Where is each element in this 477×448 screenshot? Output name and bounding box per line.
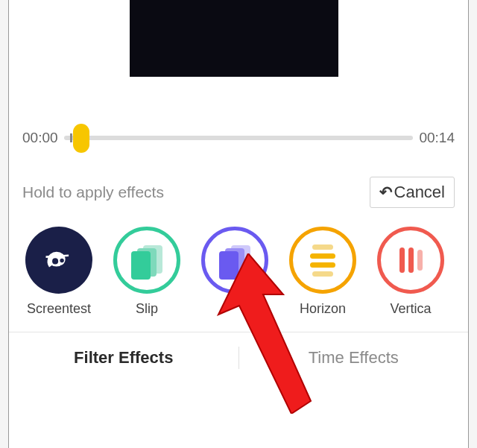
undo-icon: ↶ [379,183,393,201]
slip-icon [113,227,180,294]
effect-vertical[interactable]: Vertica [377,227,444,317]
cancel-button[interactable]: ↶ Cancel [370,177,455,208]
time-end-label: 00:14 [419,130,455,146]
effect-label: Screentest [27,301,91,317]
hint-text: Hold to apply effects [22,183,164,201]
effect-obscured[interactable] [201,227,268,317]
effect-label: Slip [136,301,158,317]
video-preview[interactable] [130,0,338,77]
tab-time-effects[interactable]: Time Effects [239,348,469,367]
obscured-icon [201,227,268,294]
slider-handle[interactable] [73,124,89,153]
effect-label: Horizon [300,301,346,317]
bottom-tabs: Filter Effects Time Effects [9,332,468,383]
cancel-button-label: Cancel [394,183,445,202]
timeline-section: 00:00 00:14 [9,114,468,153]
tab-filter-effects[interactable]: Filter Effects [9,348,238,367]
time-start-label: 00:00 [22,130,58,146]
slider-tick [70,133,72,142]
effect-horizon[interactable]: Horizon [289,227,356,317]
effects-editor-screen: 00:00 00:14 Hold to apply effects ↶ Canc… [8,0,469,448]
horizon-icon [289,227,356,294]
slider-track [64,136,414,140]
svg-point-1 [52,258,58,264]
controls-row: Hold to apply effects ↶ Cancel [9,153,468,208]
effect-slip[interactable]: Slip [113,227,180,317]
timeline-slider[interactable] [64,123,414,153]
screentest-icon [25,227,92,294]
effect-label: Vertica [390,301,431,317]
svg-point-2 [60,258,63,262]
effects-strip[interactable]: Screentest Slip Hor [9,208,468,317]
effect-screentest[interactable]: Screentest [25,227,92,317]
vertical-icon [377,227,444,294]
